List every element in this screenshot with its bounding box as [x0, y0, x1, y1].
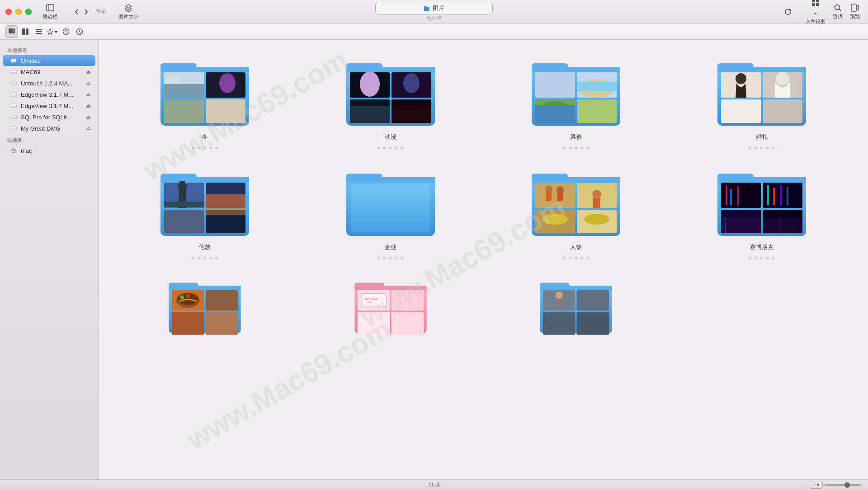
address-bar[interactable]: 图片: [375, 2, 493, 14]
add-button[interactable]: + ▾: [810, 481, 823, 489]
sidebar-item-dmg[interactable]: My Great DMG ⏏: [3, 123, 95, 134]
folder-qiye-stars[interactable]: ★ ★ ★ ★ ★: [376, 255, 405, 261]
svg-point-50: [14, 129, 15, 130]
minimize-button[interactable]: [15, 9, 22, 15]
sidebar-item-edgeview1[interactable]: EdgeView 3.1.7 M... ⏏: [3, 89, 95, 100]
svg-rect-135: [767, 185, 769, 205]
folder-hunli-stars[interactable]: ★ ★ ★ ★ ★: [747, 145, 776, 151]
folder-saibopengke[interactable]: 赛博朋克 ★ ★ ★ ★ ★: [674, 164, 850, 265]
svg-rect-5: [816, 0, 819, 2]
folder-qiye[interactable]: 企业 ★ ★ ★ ★ ★: [302, 164, 479, 265]
sidebar-toggle-group: 侧边栏: [40, 2, 60, 21]
preview-button[interactable]: 预览: [847, 2, 863, 21]
svg-rect-14: [11, 28, 14, 31]
svg-rect-132: [726, 185, 727, 205]
info-btn[interactable]: [60, 25, 72, 38]
folder-hunli[interactable]: 婚礼 ★ ★ ★ ★ ★: [674, 53, 850, 155]
folder-pink[interactable]: HOPLIVES BEER: [302, 274, 479, 353]
close-button[interactable]: [5, 9, 12, 15]
eject-icon-untouch[interactable]: ⏏: [86, 80, 91, 86]
star3[interactable]: ★: [203, 145, 208, 151]
sidebar-toggle-button[interactable]: 侧边栏: [40, 2, 60, 21]
svg-rect-169: [543, 312, 576, 335]
svg-rect-60: [164, 99, 204, 123]
view-toggle-button[interactable]: 文件视图: [803, 0, 828, 26]
star5[interactable]: ★: [214, 145, 219, 151]
zoom-slider[interactable]: [825, 484, 861, 486]
svg-marker-8: [814, 13, 817, 14]
sidebar-item-untouch-label: Untouch 1.2.4 MA...: [21, 80, 73, 87]
nav-back-button[interactable]: [70, 6, 93, 17]
eject-icon-mac69[interactable]: ⏏: [86, 69, 91, 75]
sidebar-item-sqlpro[interactable]: SQLPro for SQLit... ⏏: [3, 112, 95, 122]
filter-star-btn[interactable]: [46, 25, 59, 38]
folder-dongman-name: 动漫: [385, 133, 396, 141]
svg-text:BEER: BEER: [366, 302, 373, 304]
view-2col-btn[interactable]: [19, 25, 32, 38]
eject-icon-dmg[interactable]: ⏏: [86, 125, 91, 132]
svg-rect-39: [11, 93, 16, 96]
drive-icon-untouch: [10, 80, 17, 87]
sidebar-item-mac69[interactable]: MAC69 ⏏: [3, 66, 95, 77]
star1[interactable]: ★: [191, 145, 196, 151]
drive-icon-edgeview2: [10, 102, 17, 109]
svg-rect-108: [346, 177, 435, 183]
refresh-button[interactable]: [781, 6, 795, 17]
zoom-thumb[interactable]: [844, 482, 850, 488]
eject-icon-sqlpro[interactable]: ⏏: [86, 114, 91, 120]
folder-food[interactable]: [117, 274, 293, 353]
view-icon-btn[interactable]: [5, 25, 18, 38]
statusbar: 11 项 + ▾: [0, 479, 868, 490]
svg-rect-20: [26, 28, 28, 35]
svg-rect-0: [47, 5, 54, 11]
folder-saibopengke-icon: [717, 167, 807, 240]
svg-rect-64: [346, 67, 435, 72]
folder-dong-stars[interactable]: ★ ★ ★ ★ ★: [191, 145, 219, 151]
history-btn[interactable]: [73, 25, 86, 38]
divider3: [799, 5, 799, 19]
svg-rect-3: [424, 6, 426, 7]
svg-rect-105: [206, 208, 245, 215]
sidebar-item-mac[interactable]: mac: [3, 145, 95, 156]
view-list-btn[interactable]: [33, 25, 45, 38]
svg-rect-104: [206, 194, 245, 208]
folder-pink-icon: HOPLIVES BEER: [345, 278, 436, 350]
svg-rect-18: [14, 31, 15, 33]
folder-lundun-stars[interactable]: ★ ★ ★ ★ ★: [191, 255, 219, 261]
svg-rect-16: [11, 31, 14, 33]
folder-fitness[interactable]: [488, 274, 665, 353]
folder-saibopengke-stars[interactable]: ★ ★ ★ ★ ★: [747, 255, 776, 261]
folder-renwu[interactable]: 人物 ★ ★ ★ ★ ★: [488, 164, 665, 265]
maximize-button[interactable]: [25, 9, 32, 15]
folder-dongman-stars[interactable]: ★ ★ ★ ★ ★: [376, 145, 405, 151]
folder-dong[interactable]: 冬 ★ ★ ★ ★ ★: [117, 53, 293, 155]
eject-icon-edgeview1[interactable]: ⏏: [86, 91, 91, 98]
svg-rect-109: [351, 184, 430, 232]
svg-rect-138: [787, 187, 788, 205]
star2[interactable]: ★: [197, 145, 202, 151]
search-button[interactable]: 查找: [830, 2, 845, 21]
svg-rect-81: [577, 82, 617, 91]
svg-point-171: [556, 292, 563, 299]
svg-rect-112: [532, 177, 620, 183]
svg-text:HOPLIVES: HOPLIVES: [365, 297, 378, 300]
folder-fengjing-stars[interactable]: ★ ★ ★ ★ ★: [562, 145, 590, 151]
svg-point-41: [14, 95, 15, 96]
sidebar-item-untouch[interactable]: Untouch 1.2.4 MA... ⏏: [3, 78, 95, 89]
svg-rect-156: [354, 286, 426, 290]
folder-lundun[interactable]: 伦敦 ★ ★ ★ ★ ★: [117, 164, 293, 265]
sidebar-item-untitled[interactable]: Untitled: [3, 55, 95, 66]
size-toggle-button[interactable]: 图片大小: [116, 2, 141, 21]
sidebar-item-edgeview2[interactable]: EdgeView 3.1.7 M... ⏏: [3, 100, 95, 111]
size-group: 图片大小: [116, 2, 141, 21]
eject-icon-edgeview2[interactable]: ⏏: [86, 103, 91, 109]
svg-rect-72: [392, 106, 431, 123]
folder-fengjing[interactable]: 风景 ★ ★ ★ ★ ★: [488, 53, 665, 155]
folder-renwu-stars[interactable]: ★ ★ ★ ★ ★: [562, 255, 590, 261]
folder-lundun-icon: [160, 167, 250, 240]
svg-point-123: [542, 214, 568, 225]
star4[interactable]: ★: [208, 145, 213, 151]
svg-rect-127: [717, 177, 806, 183]
folder-dongman[interactable]: 动漫 ★ ★ ★ ★ ★: [302, 53, 479, 155]
svg-rect-19: [22, 28, 25, 35]
